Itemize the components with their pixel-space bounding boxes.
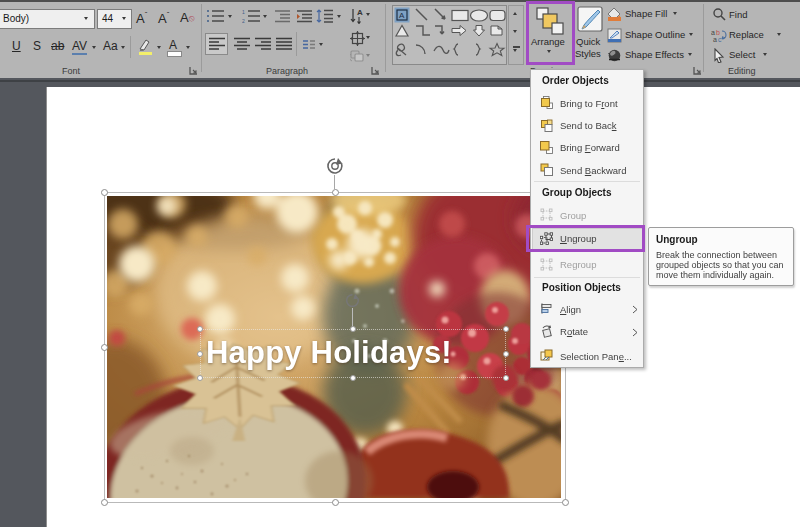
- svg-text:a: a: [713, 36, 717, 43]
- svg-text:1: 1: [242, 9, 245, 15]
- svg-text:2: 2: [242, 18, 245, 24]
- svg-text:c: c: [718, 36, 722, 43]
- svg-text:A: A: [357, 8, 363, 17]
- svg-text:b: b: [716, 29, 720, 36]
- svg-text:A: A: [399, 11, 405, 20]
- svg-text:a: a: [711, 29, 715, 36]
